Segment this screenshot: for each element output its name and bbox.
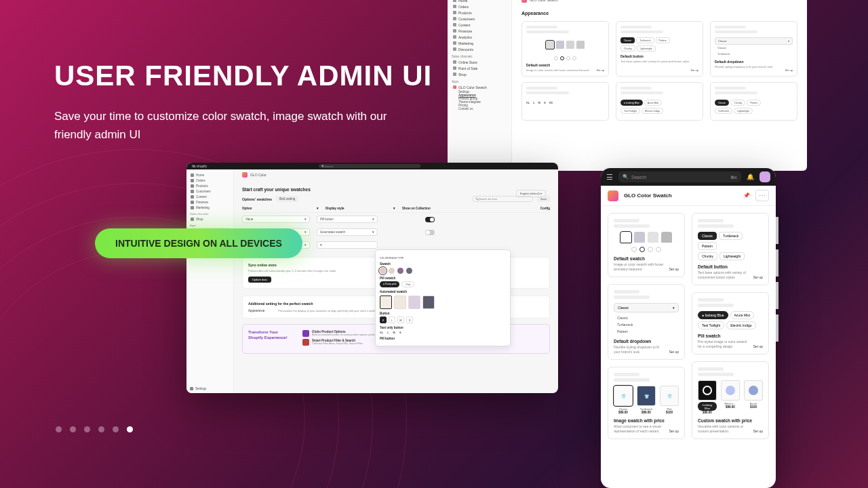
card-desc: Text base options with variety of custom… bbox=[620, 60, 698, 63]
carousel-dot[interactable] bbox=[70, 426, 76, 432]
card-title: Default swatch bbox=[526, 63, 604, 67]
avatar[interactable] bbox=[760, 171, 770, 182]
nav-customers[interactable]: Customers bbox=[190, 188, 230, 194]
nav-customers[interactable]: Customers bbox=[452, 16, 507, 22]
style-select[interactable]: ▾ bbox=[317, 241, 378, 249]
dropdown-select[interactable]: Classic▾ bbox=[614, 303, 679, 312]
nav-pos[interactable]: Point of Sale bbox=[452, 65, 507, 71]
nav-shop[interactable]: Shop bbox=[452, 71, 507, 77]
card-default-dropdown[interactable]: Classic▾ Classic Turtleneck Default drop… bbox=[710, 21, 797, 77]
card-desc: Flexible styling dropdown to fit your br… bbox=[614, 345, 666, 354]
nav-home[interactable]: Home bbox=[190, 172, 230, 178]
card-custom-swatch-price[interactable]: Iceberg Blue$89.00 Electric…$89.00 Azure… bbox=[692, 361, 769, 439]
carousel-dot[interactable] bbox=[113, 426, 119, 432]
tab-bulk[interactable]: Bulk setting bbox=[276, 196, 298, 202]
card-title: Pill swatch bbox=[698, 333, 763, 338]
nav-marketing[interactable]: Marketing bbox=[452, 40, 507, 46]
setup-button[interactable]: Set up bbox=[753, 275, 763, 279]
page-heading: Start craft your unique swatches bbox=[242, 187, 550, 192]
table-header: Option▾ Display style▾ Show on Collectio… bbox=[242, 205, 550, 213]
carousel-dot[interactable] bbox=[56, 426, 62, 432]
carousel-dots[interactable] bbox=[56, 426, 133, 432]
setup-button[interactable]: Set up bbox=[669, 429, 679, 433]
admin-sidebar: Home Orders Products Customers Content F… bbox=[448, 0, 512, 171]
menu-icon[interactable]: ☰ bbox=[606, 173, 613, 182]
carousel-dot[interactable] bbox=[98, 426, 104, 432]
card-default-button[interactable]: ClassicTurtleneckPattern ChunkyLightweig… bbox=[616, 21, 703, 77]
nav-sub-contact[interactable]: Contact us bbox=[452, 107, 507, 110]
nav-analytics[interactable]: Analytics bbox=[452, 34, 507, 40]
pin-icon[interactable]: 📌 bbox=[743, 192, 750, 199]
app-logo-icon bbox=[608, 190, 618, 201]
global-search[interactable]: 🔍 Search bbox=[319, 164, 420, 168]
sidebar-apps-header: Apps bbox=[190, 224, 230, 227]
chevron-down-icon: ▾ bbox=[673, 306, 675, 310]
app-title: GLO Color Swatch bbox=[530, 0, 558, 2]
card-default-button[interactable]: ClassicTurtleneckPattern ChunkyLightweig… bbox=[692, 213, 769, 285]
card-pill-text[interactable]: ClassicChunkyPattern TurtleneckLightweig… bbox=[710, 82, 797, 121]
nav-discounts[interactable]: Discounts bbox=[452, 46, 507, 52]
bell-icon[interactable]: 🔔 bbox=[747, 174, 754, 180]
collection-toggle[interactable] bbox=[425, 217, 435, 222]
sidebar-apps-header: Apps bbox=[452, 80, 507, 83]
kbd-shortcut: ⌘K bbox=[730, 175, 737, 180]
setup-button[interactable]: Set up bbox=[785, 68, 793, 72]
nav-online-store[interactable]: Online Store bbox=[452, 59, 507, 65]
setup-button[interactable]: Set up bbox=[669, 267, 679, 271]
admin-sidebar: Home Orders Products Customers Content F… bbox=[186, 169, 234, 393]
collection-toggle[interactable] bbox=[425, 230, 435, 235]
nav-orders[interactable]: Orders bbox=[452, 3, 507, 9]
nav-finances[interactable]: Finances bbox=[452, 28, 507, 34]
card-title: Custom swatch with price bbox=[698, 418, 763, 423]
update-data-button[interactable]: Update data bbox=[248, 277, 271, 283]
setup-button[interactable]: Set up bbox=[669, 350, 679, 354]
app-logo-icon bbox=[521, 0, 527, 3]
nav-settings[interactable]: Settings bbox=[190, 387, 206, 390]
card-default-swatch[interactable]: Default swatch Image or color swatch wit… bbox=[521, 21, 609, 77]
card-default-dropdown[interactable]: Classic▾ Classic Turtleneck Pattern Defa… bbox=[608, 284, 685, 360]
card-pill-swatch[interactable]: ● Iceberg BlueAzure Mist Teal TwilightEl… bbox=[692, 292, 769, 354]
sync-title: Sync online store bbox=[248, 263, 392, 267]
nav-content[interactable]: Content bbox=[190, 194, 230, 199]
card-desc: Image or color swatch with hover animati… bbox=[526, 68, 604, 72]
setup-button[interactable]: Set up bbox=[753, 344, 763, 348]
nav-content[interactable]: Content bbox=[452, 22, 507, 28]
card-desc: Pre-styled image or color swatch for a c… bbox=[698, 340, 750, 348]
nav-products[interactable]: Products bbox=[190, 183, 230, 188]
card-desc: Flexible styling dropdown to fit your br… bbox=[715, 65, 793, 68]
setup-button[interactable]: Set up bbox=[596, 68, 604, 72]
chevron-down-icon: ▾ bbox=[393, 207, 395, 210]
nav-marketing[interactable]: Marketing bbox=[190, 205, 230, 210]
app-logo-icon bbox=[242, 172, 248, 178]
card-pill-swatch[interactable]: ● Iceberg BlueAzure Mist Teal TwilightEl… bbox=[616, 82, 703, 121]
nav-orders[interactable]: Orders bbox=[190, 178, 230, 183]
sidebar-channels-header: Sales channels bbox=[452, 55, 507, 58]
setup-button[interactable]: Set up bbox=[690, 68, 698, 72]
more-icon[interactable]: ⋯ bbox=[755, 190, 769, 201]
card-default-swatch[interactable]: Default swatch Image or color swatch wit… bbox=[608, 213, 685, 277]
card-image-swatch-price[interactable]: 👕Classic$89.00 👕Turtleneck$89.00 👕Patt$1… bbox=[608, 367, 685, 439]
locale-selector[interactable]: English (default) ▾ bbox=[516, 190, 546, 197]
mobile-topbar: ☰ 🔍Search⌘K 🔔 bbox=[601, 168, 776, 186]
carousel-dot-active[interactable] bbox=[127, 426, 133, 432]
search-input[interactable]: 🔍Search⌘K bbox=[618, 171, 741, 182]
nav-products[interactable]: Products bbox=[452, 9, 507, 16]
search-icon: 🔍 bbox=[623, 174, 629, 180]
card-title: Default dropdown bbox=[715, 60, 793, 64]
card-title: Default button bbox=[698, 264, 763, 269]
card-size[interactable]: XLLMSXS bbox=[521, 82, 609, 121]
option-select[interactable]: Value▾ bbox=[242, 216, 310, 223]
app-title: GLO Color Swatch bbox=[624, 192, 672, 199]
setup-button[interactable]: Set up bbox=[753, 429, 763, 433]
nav-app-glo[interactable]: GLO Color Swatch bbox=[452, 84, 507, 90]
nav-finances[interactable]: Finances bbox=[190, 199, 230, 205]
style-select[interactable]: Pill button▾ bbox=[317, 216, 378, 223]
carousel-dot[interactable] bbox=[84, 426, 90, 432]
style-select[interactable]: Automated swatch▾ bbox=[317, 228, 378, 236]
nav-shop[interactable]: Shop bbox=[190, 216, 230, 222]
platform-logo: 🛍 shopify bbox=[192, 164, 207, 168]
desktop-wide-screenshot: Home Orders Products Customers Content F… bbox=[448, 0, 807, 171]
app-title: GLO Color bbox=[250, 173, 267, 177]
card-desc: Image or color swatch with hover animati… bbox=[614, 262, 666, 271]
chevron-down-icon: ▾ bbox=[788, 39, 789, 43]
